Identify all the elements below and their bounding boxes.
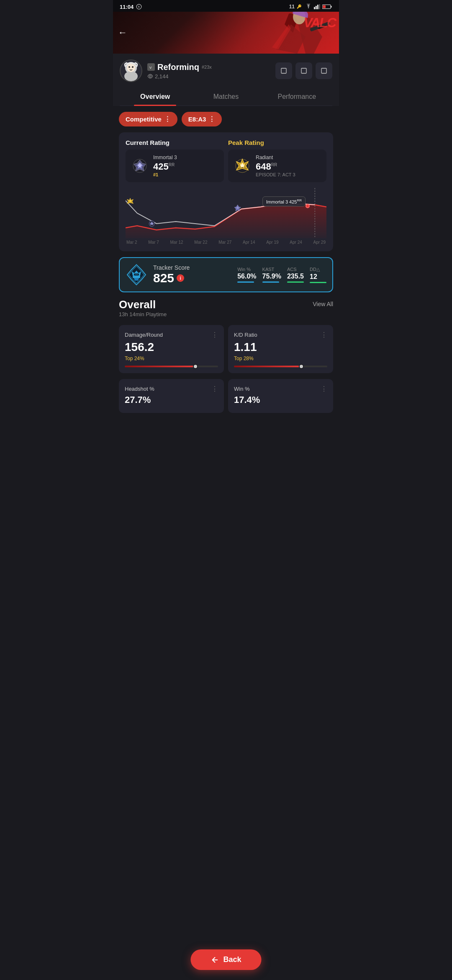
overall-title: Overall 13h 14min Playtime	[119, 298, 167, 323]
status-time: 11:04	[120, 4, 134, 10]
rating-card: Current Rating Immortal 3	[119, 132, 333, 251]
profile-info: V Reforminq #23x 2,144	[147, 62, 212, 80]
profile-username: Reforminq	[157, 62, 199, 72]
win-pct-value: 17.4%	[234, 395, 327, 405]
peak-rank-name: Radiant	[256, 155, 295, 160]
kd-ratio-card: K/D Ratio ⋮ 1.11 Top 28%	[228, 325, 333, 373]
profile-section: V Reforminq #23x 2,144	[113, 54, 339, 106]
svg-point-17	[132, 66, 134, 68]
overall-header: Overall 13h 14min Playtime View All	[119, 298, 333, 323]
action-button-3[interactable]	[316, 62, 332, 79]
radiant-icon	[233, 157, 252, 175]
hero-back-button[interactable]: ←	[118, 27, 127, 38]
tracker-stat-kast: KAST 75.9%	[262, 267, 281, 283]
peak-rr-value: 648RR	[256, 161, 295, 172]
action-button-1[interactable]	[275, 62, 292, 79]
damage-round-thumb	[193, 364, 198, 369]
win-pct-menu[interactable]: ⋮	[321, 385, 327, 393]
current-rank-sub: #1	[153, 172, 177, 177]
damage-round-card: Damage/Round ⋮ 156.2 Top 24%	[119, 325, 224, 373]
chart-tooltip-dot	[306, 204, 310, 208]
key-icon: 🔑	[296, 3, 303, 10]
status-right: 11 🔑	[289, 3, 332, 10]
tracker-stat-dd: DD△ 12	[310, 267, 326, 283]
competitive-filter[interactable]: Competitive ⋮	[119, 112, 177, 126]
svg-point-14	[124, 71, 138, 81]
tab-overview[interactable]: Overview	[120, 88, 190, 106]
status-left: 11:04 S	[120, 4, 142, 10]
svg-point-35	[129, 200, 131, 202]
win-pct-card: Win % ⋮ 17.4%	[228, 379, 333, 413]
tracker-stat-winpct: Win % 56.0%	[237, 267, 256, 283]
tracker-main: Tracker Score 825 i	[153, 264, 231, 285]
tracker-rank-icon	[126, 264, 147, 286]
chart-radiant-icon	[127, 198, 134, 204]
svg-rect-23	[321, 68, 326, 73]
season-filter-dots[interactable]: ⋮	[208, 115, 215, 123]
tracker-info-icon[interactable]: i	[177, 274, 184, 282]
svg-rect-3	[314, 7, 315, 9]
kd-ratio-fill	[234, 366, 301, 367]
current-rank-name: Immortal 3	[153, 155, 177, 160]
game-icon: V	[147, 63, 155, 71]
tracker-icon	[126, 264, 147, 286]
kast-value: 75.9%	[262, 273, 281, 280]
competitive-filter-dots[interactable]: ⋮	[164, 115, 171, 123]
more-icon	[321, 67, 327, 74]
dd-bar	[310, 282, 326, 283]
tracker-score-card: Tracker Score 825 i Win % 56.0% KAST 75.…	[119, 257, 333, 292]
avatar-image	[121, 60, 141, 81]
dd-value: 12	[310, 273, 326, 281]
avatar	[120, 59, 142, 82]
damage-round-menu[interactable]: ⋮	[211, 331, 218, 339]
svg-point-16	[128, 66, 130, 68]
rating-row: Current Rating Immortal 3	[126, 139, 326, 182]
headshot-pct-menu[interactable]: ⋮	[211, 385, 218, 393]
acs-bar	[287, 281, 304, 283]
tracker-score-value: 825 i	[153, 271, 231, 285]
current-rating-block: Current Rating Immortal 3	[126, 139, 224, 182]
game-title-text: VALC	[303, 15, 336, 31]
kast-bar	[262, 281, 279, 283]
tab-matches[interactable]: Matches	[190, 88, 261, 106]
views-count: 2,144	[155, 73, 169, 80]
svg-rect-45	[135, 274, 138, 275]
svg-point-20	[149, 75, 152, 77]
headshot-pct-label: Headshot %	[125, 386, 154, 392]
kd-ratio-label: K/D Ratio	[234, 332, 257, 338]
headshot-pct-card: Headshot % ⋮ 27.7%	[119, 379, 224, 413]
damage-round-fill	[125, 366, 195, 367]
acs-label: ACS	[287, 267, 304, 272]
winpct-value: 56.0%	[237, 273, 256, 280]
svg-rect-5	[317, 5, 318, 9]
profile-actions	[275, 62, 332, 79]
battery-icon	[322, 4, 332, 10]
peak-rating-info: Radiant 648RR EPISODE 7: ACT 3	[256, 155, 295, 177]
action-button-2[interactable]	[295, 62, 312, 79]
valorant-icon: V	[148, 64, 154, 70]
season-filter[interactable]: E8:A3 ⋮	[182, 112, 222, 126]
acs-value: 235.5	[287, 273, 304, 280]
kd-ratio-value: 1.11	[234, 340, 327, 354]
chart-dates: Mar 2 Mar 7 Mar 12 Mar 22 Mar 27 Apr 14 …	[126, 240, 326, 245]
svg-rect-22	[301, 68, 306, 73]
bottom-stats: Headshot % ⋮ 27.7% Win % ⋮ 17.4%	[119, 379, 333, 446]
view-all-button[interactable]: View All	[313, 301, 333, 307]
svg-rect-43	[133, 276, 140, 278]
winpct-bar	[237, 281, 254, 283]
winpct-label: Win %	[237, 267, 256, 272]
immortal3-rank-icon	[131, 157, 148, 174]
tracker-stat-acs: ACS 235.5	[287, 267, 304, 283]
svg-rect-8	[331, 6, 332, 8]
main-content: Competitive ⋮ E8:A3 ⋮ Current Rating	[113, 106, 339, 452]
current-rr-value: 425RR	[153, 161, 177, 172]
peak-rating-block: Peak Rating Radiant	[228, 139, 326, 182]
damage-round-bar	[125, 366, 218, 367]
win-pct-header: Win % ⋮	[234, 385, 327, 393]
tab-performance[interactable]: Performance	[262, 88, 332, 106]
profile-name-row: V Reforminq #23x	[147, 62, 212, 72]
tracker-stats: Win % 56.0% KAST 75.9% ACS 235.5 DD△ 12	[237, 267, 326, 283]
kd-ratio-menu[interactable]: ⋮	[321, 331, 327, 339]
svg-point-15	[127, 64, 135, 72]
notification-count: 11	[289, 4, 295, 10]
